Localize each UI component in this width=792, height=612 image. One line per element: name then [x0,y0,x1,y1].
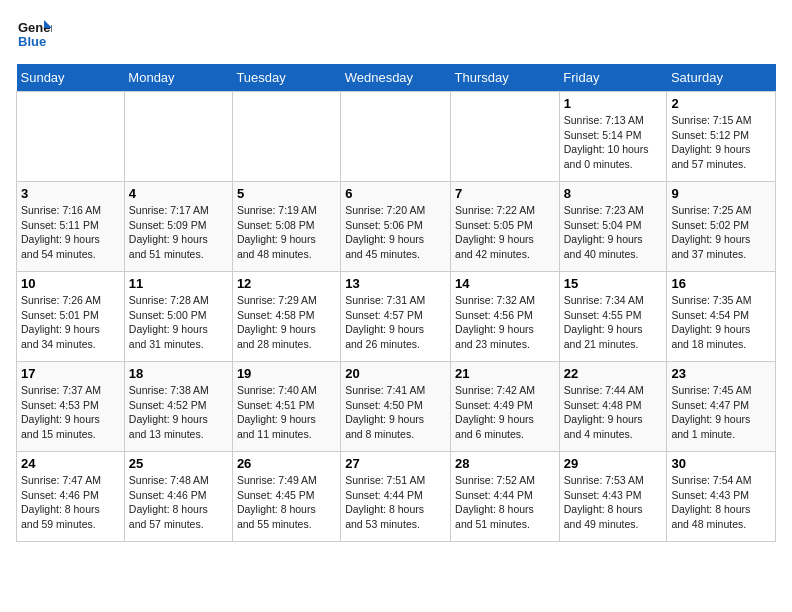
calendar-cell [124,92,232,182]
day-number: 20 [345,366,446,381]
day-info: Sunrise: 7:20 AM Sunset: 5:06 PM Dayligh… [345,203,446,262]
day-info: Sunrise: 7:29 AM Sunset: 4:58 PM Dayligh… [237,293,336,352]
day-info: Sunrise: 7:37 AM Sunset: 4:53 PM Dayligh… [21,383,120,442]
day-number: 30 [671,456,771,471]
calendar-table: SundayMondayTuesdayWednesdayThursdayFrid… [16,64,776,542]
calendar-cell [17,92,125,182]
day-info: Sunrise: 7:51 AM Sunset: 4:44 PM Dayligh… [345,473,446,532]
calendar-cell: 4Sunrise: 7:17 AM Sunset: 5:09 PM Daylig… [124,182,232,272]
day-number: 24 [21,456,120,471]
calendar-cell: 16Sunrise: 7:35 AM Sunset: 4:54 PM Dayli… [667,272,776,362]
calendar-cell: 25Sunrise: 7:48 AM Sunset: 4:46 PM Dayli… [124,452,232,542]
day-info: Sunrise: 7:13 AM Sunset: 5:14 PM Dayligh… [564,113,663,172]
day-info: Sunrise: 7:32 AM Sunset: 4:56 PM Dayligh… [455,293,555,352]
calendar-cell: 8Sunrise: 7:23 AM Sunset: 5:04 PM Daylig… [559,182,667,272]
calendar-cell: 3Sunrise: 7:16 AM Sunset: 5:11 PM Daylig… [17,182,125,272]
calendar-cell: 26Sunrise: 7:49 AM Sunset: 4:45 PM Dayli… [232,452,340,542]
day-info: Sunrise: 7:26 AM Sunset: 5:01 PM Dayligh… [21,293,120,352]
day-number: 25 [129,456,228,471]
logo: General Blue [16,16,52,52]
day-info: Sunrise: 7:22 AM Sunset: 5:05 PM Dayligh… [455,203,555,262]
calendar-week-row: 1Sunrise: 7:13 AM Sunset: 5:14 PM Daylig… [17,92,776,182]
day-info: Sunrise: 7:47 AM Sunset: 4:46 PM Dayligh… [21,473,120,532]
day-number: 12 [237,276,336,291]
day-number: 10 [21,276,120,291]
day-number: 6 [345,186,446,201]
calendar-cell: 5Sunrise: 7:19 AM Sunset: 5:08 PM Daylig… [232,182,340,272]
day-number: 22 [564,366,663,381]
day-number: 11 [129,276,228,291]
day-number: 21 [455,366,555,381]
header-friday: Friday [559,64,667,92]
day-info: Sunrise: 7:44 AM Sunset: 4:48 PM Dayligh… [564,383,663,442]
calendar-cell: 6Sunrise: 7:20 AM Sunset: 5:06 PM Daylig… [341,182,451,272]
day-info: Sunrise: 7:16 AM Sunset: 5:11 PM Dayligh… [21,203,120,262]
calendar-cell: 23Sunrise: 7:45 AM Sunset: 4:47 PM Dayli… [667,362,776,452]
day-number: 4 [129,186,228,201]
calendar-cell: 9Sunrise: 7:25 AM Sunset: 5:02 PM Daylig… [667,182,776,272]
day-number: 23 [671,366,771,381]
header-thursday: Thursday [451,64,560,92]
calendar-cell: 29Sunrise: 7:53 AM Sunset: 4:43 PM Dayli… [559,452,667,542]
day-number: 13 [345,276,446,291]
day-number: 14 [455,276,555,291]
calendar-cell: 15Sunrise: 7:34 AM Sunset: 4:55 PM Dayli… [559,272,667,362]
calendar-cell: 30Sunrise: 7:54 AM Sunset: 4:43 PM Dayli… [667,452,776,542]
header-wednesday: Wednesday [341,64,451,92]
day-number: 3 [21,186,120,201]
calendar-cell: 20Sunrise: 7:41 AM Sunset: 4:50 PM Dayli… [341,362,451,452]
calendar-cell: 12Sunrise: 7:29 AM Sunset: 4:58 PM Dayli… [232,272,340,362]
day-info: Sunrise: 7:52 AM Sunset: 4:44 PM Dayligh… [455,473,555,532]
day-info: Sunrise: 7:23 AM Sunset: 5:04 PM Dayligh… [564,203,663,262]
calendar-cell: 11Sunrise: 7:28 AM Sunset: 5:00 PM Dayli… [124,272,232,362]
day-info: Sunrise: 7:19 AM Sunset: 5:08 PM Dayligh… [237,203,336,262]
calendar-header-row: SundayMondayTuesdayWednesdayThursdayFrid… [17,64,776,92]
calendar-cell: 24Sunrise: 7:47 AM Sunset: 4:46 PM Dayli… [17,452,125,542]
header-sunday: Sunday [17,64,125,92]
day-info: Sunrise: 7:42 AM Sunset: 4:49 PM Dayligh… [455,383,555,442]
calendar-cell: 18Sunrise: 7:38 AM Sunset: 4:52 PM Dayli… [124,362,232,452]
day-number: 7 [455,186,555,201]
day-number: 27 [345,456,446,471]
day-info: Sunrise: 7:31 AM Sunset: 4:57 PM Dayligh… [345,293,446,352]
calendar-cell: 22Sunrise: 7:44 AM Sunset: 4:48 PM Dayli… [559,362,667,452]
calendar-week-row: 3Sunrise: 7:16 AM Sunset: 5:11 PM Daylig… [17,182,776,272]
day-number: 29 [564,456,663,471]
day-number: 1 [564,96,663,111]
calendar-cell: 10Sunrise: 7:26 AM Sunset: 5:01 PM Dayli… [17,272,125,362]
day-info: Sunrise: 7:17 AM Sunset: 5:09 PM Dayligh… [129,203,228,262]
calendar-cell [451,92,560,182]
header-monday: Monday [124,64,232,92]
day-info: Sunrise: 7:25 AM Sunset: 5:02 PM Dayligh… [671,203,771,262]
day-info: Sunrise: 7:54 AM Sunset: 4:43 PM Dayligh… [671,473,771,532]
calendar-cell: 1Sunrise: 7:13 AM Sunset: 5:14 PM Daylig… [559,92,667,182]
day-number: 5 [237,186,336,201]
calendar-week-row: 24Sunrise: 7:47 AM Sunset: 4:46 PM Dayli… [17,452,776,542]
calendar-cell: 28Sunrise: 7:52 AM Sunset: 4:44 PM Dayli… [451,452,560,542]
logo-icon: General Blue [16,16,52,52]
day-number: 28 [455,456,555,471]
calendar-cell: 13Sunrise: 7:31 AM Sunset: 4:57 PM Dayli… [341,272,451,362]
day-info: Sunrise: 7:48 AM Sunset: 4:46 PM Dayligh… [129,473,228,532]
day-info: Sunrise: 7:38 AM Sunset: 4:52 PM Dayligh… [129,383,228,442]
day-number: 17 [21,366,120,381]
day-info: Sunrise: 7:35 AM Sunset: 4:54 PM Dayligh… [671,293,771,352]
calendar-cell [341,92,451,182]
svg-text:Blue: Blue [18,34,46,49]
calendar-cell: 27Sunrise: 7:51 AM Sunset: 4:44 PM Dayli… [341,452,451,542]
day-number: 26 [237,456,336,471]
day-info: Sunrise: 7:40 AM Sunset: 4:51 PM Dayligh… [237,383,336,442]
day-info: Sunrise: 7:41 AM Sunset: 4:50 PM Dayligh… [345,383,446,442]
day-number: 9 [671,186,771,201]
header-saturday: Saturday [667,64,776,92]
calendar-cell: 21Sunrise: 7:42 AM Sunset: 4:49 PM Dayli… [451,362,560,452]
calendar-cell: 17Sunrise: 7:37 AM Sunset: 4:53 PM Dayli… [17,362,125,452]
page-header: General Blue [16,16,776,52]
calendar-cell: 2Sunrise: 7:15 AM Sunset: 5:12 PM Daylig… [667,92,776,182]
calendar-week-row: 17Sunrise: 7:37 AM Sunset: 4:53 PM Dayli… [17,362,776,452]
calendar-cell: 14Sunrise: 7:32 AM Sunset: 4:56 PM Dayli… [451,272,560,362]
day-info: Sunrise: 7:53 AM Sunset: 4:43 PM Dayligh… [564,473,663,532]
day-number: 16 [671,276,771,291]
calendar-cell: 19Sunrise: 7:40 AM Sunset: 4:51 PM Dayli… [232,362,340,452]
day-info: Sunrise: 7:34 AM Sunset: 4:55 PM Dayligh… [564,293,663,352]
